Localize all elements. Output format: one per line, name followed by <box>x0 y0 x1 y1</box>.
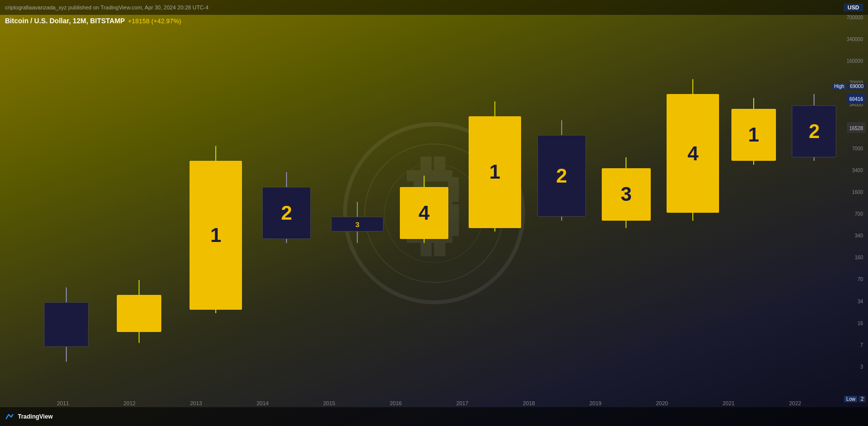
x-axis-label: 2012 <box>124 400 136 406</box>
candle-2013: 1 <box>190 27 242 399</box>
x-axis-label: 2017 <box>456 400 468 406</box>
x-axis-label: 2016 <box>390 400 402 406</box>
candle-2021: 1 <box>731 27 776 399</box>
candle-2011 <box>44 27 89 399</box>
y-axis-label: 7000 <box>852 146 866 151</box>
candle-2015: 3 <box>331 27 384 399</box>
x-axis-label: 2014 <box>257 400 269 406</box>
y-axis-label: 3400 <box>852 168 866 173</box>
x-axis-label: 2019 <box>589 400 601 406</box>
info-bar: Bitcoin / U.S. Dollar, 12M, BITSTAMP +18… <box>5 15 181 27</box>
x-axis-label: 2013 <box>190 400 202 406</box>
x-axis-label: 2018 <box>523 400 535 406</box>
candle-body-2018: 2 <box>537 135 586 217</box>
candle-body-2015: 3 <box>331 217 384 232</box>
x-axis-label: 2022 <box>789 400 801 406</box>
chart-change: +18158 (+42.97%) <box>128 17 181 25</box>
candle-2012 <box>117 27 161 399</box>
header-published: criptografiaavanzada_xyz published on Tr… <box>5 4 844 10</box>
y-axis-label: 1600 <box>852 189 866 195</box>
y-axis-label: 160 <box>855 255 866 260</box>
low-badge-group: Low 2 <box>844 396 866 402</box>
high-label: High <box>832 83 847 90</box>
candle-body-2012 <box>117 295 161 332</box>
candle-body-2022: 2 <box>792 105 836 157</box>
x-axis-label: 2021 <box>723 400 734 406</box>
candle-body-2019: 3 <box>602 168 650 220</box>
tradingview-logo-icon <box>5 412 15 422</box>
y-axis-label: 700 <box>855 211 866 217</box>
y-axis-label: 7 <box>860 342 866 348</box>
candle-body-2013: 1 <box>190 161 242 309</box>
y-axis-label: 70 <box>858 277 866 282</box>
chart-container: ₿ criptografiaavanzada_xyz published on … <box>0 0 868 426</box>
y-axis-label: 700000 <box>847 15 866 20</box>
candle-2018: 2 <box>537 27 586 399</box>
candle-body-2020: 4 <box>667 94 719 213</box>
low-value: 2 <box>859 396 866 402</box>
y-axis-label: 16 <box>858 321 866 326</box>
candle-2017: 1 <box>469 27 521 399</box>
candles-area: 1234123412 <box>20 27 828 399</box>
y-axis-label: 3 <box>860 364 866 370</box>
candle-body-2014: 2 <box>262 187 311 239</box>
x-axis: 2011201220132014201520162017201820192020… <box>30 400 828 406</box>
svg-rect-4 <box>5 412 15 422</box>
current-price: 60416 <box>849 96 863 102</box>
footer-brand: TradingView <box>18 413 52 420</box>
header-bar: criptografiaavanzada_xyz published on Tr… <box>0 0 868 15</box>
x-axis-label: 2015 <box>323 400 335 406</box>
open-price-badge: 16528 <box>847 122 866 133</box>
x-axis-label: 2020 <box>656 400 668 406</box>
candle-body-2021: 1 <box>731 109 776 161</box>
x-axis-label: 2011 <box>57 400 69 406</box>
y-axis-label: 160000 <box>847 58 866 64</box>
candle-body-2017: 1 <box>469 116 521 228</box>
open-price: 16528 <box>849 126 863 131</box>
footer: TradingView <box>0 407 868 426</box>
candle-2014: 2 <box>262 27 311 399</box>
low-label: Low <box>844 396 857 402</box>
candle-body-2011 <box>44 302 89 347</box>
chart-title: Bitcoin / U.S. Dollar, 12M, BITSTAMP <box>5 17 125 25</box>
high-badge-group: High 69000 <box>832 83 866 90</box>
current-price-badge: 60416 <box>847 93 866 104</box>
y-axis-label: 34 <box>858 299 866 304</box>
candle-2022: 2 <box>792 27 836 399</box>
y-axis-label: 340 <box>855 233 866 238</box>
y-axis-label: 340000 <box>847 37 866 42</box>
candle-2020: 4 <box>667 27 719 399</box>
high-value: 69000 <box>848 83 866 90</box>
candle-body-2016: 4 <box>400 187 448 239</box>
candle-2016: 4 <box>400 27 448 399</box>
candle-2019: 3 <box>602 27 650 399</box>
y-axis: 7000003400001600007000034000160007000340… <box>833 0 868 406</box>
